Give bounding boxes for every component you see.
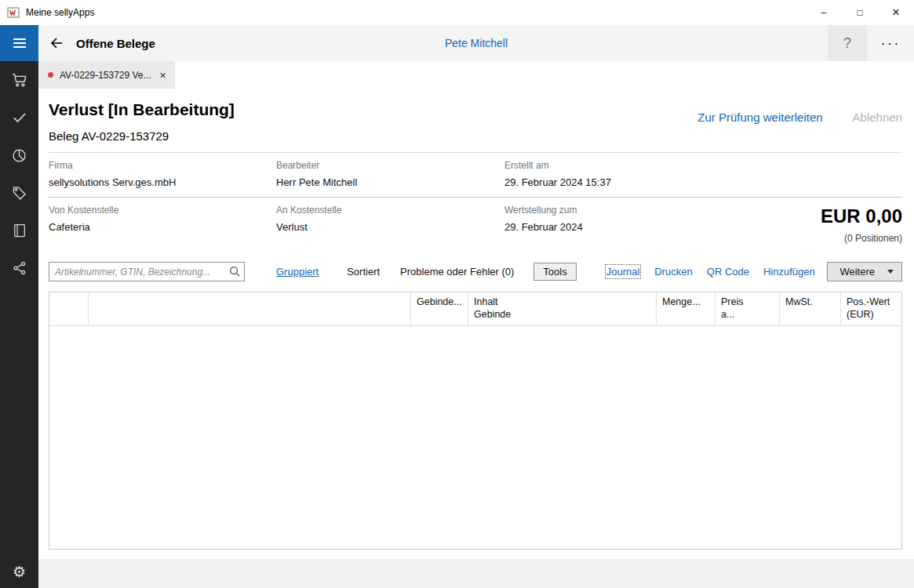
- document-content: Verlust [In Bearbeitung] Beleg AV-0229-1…: [38, 89, 914, 559]
- titlebar: Meine sellyApps − □ ×: [0, 0, 914, 25]
- journal-link[interactable]: Journal: [606, 266, 640, 278]
- footer-strip: [38, 559, 914, 588]
- document-header: Verlust [In Bearbeitung] Beleg AV-0229-1…: [49, 89, 902, 152]
- column-header-empty: [49, 292, 89, 325]
- sidebar-item-reports[interactable]: [0, 136, 38, 174]
- book-icon: [12, 223, 27, 238]
- more-actions-button[interactable]: Weitere: [827, 262, 902, 281]
- search-input[interactable]: [49, 262, 245, 281]
- field-label: Firma: [49, 160, 267, 171]
- field-label: Wertstellung zum: [504, 205, 723, 216]
- gear-icon: ⚙: [13, 563, 26, 581]
- fields-row-2: Von Kostenstelle Cafeteria An Kostenstel…: [49, 198, 902, 252]
- tab-document[interactable]: AV-0229-153729 Ve... ×: [38, 61, 175, 89]
- field-label: An Kostenstelle: [276, 205, 495, 216]
- sidebar-item-network[interactable]: [0, 249, 38, 287]
- document-number: Beleg AV-0229-153729: [49, 129, 235, 143]
- field-erstellt-am: Erstellt am 29. Februar 2024 15:37: [504, 160, 732, 188]
- tab-close-icon[interactable]: ×: [160, 70, 166, 81]
- field-bearbeiter: Bearbeiter Herr Pete Mitchell: [276, 160, 504, 188]
- table-body-empty: [49, 326, 901, 549]
- share-icon: [12, 260, 27, 276]
- help-icon: ?: [843, 35, 851, 52]
- field-label: Erstellt am: [504, 160, 723, 171]
- field-value: Herr Pete Mitchell: [276, 176, 495, 188]
- positions-count: (0 Positionen): [821, 233, 902, 244]
- field-value: Verlust: [276, 221, 495, 233]
- field-value: 29. Februar 2024: [504, 221, 723, 233]
- ellipsis-icon: ···: [881, 34, 901, 52]
- document-actions: Zur Prüfung weiterleiten Ablehnen: [697, 100, 902, 124]
- forward-for-review-link[interactable]: Zur Prüfung weiterleiten: [697, 111, 822, 124]
- sidebar-item-cart[interactable]: [0, 61, 38, 99]
- header-more-button[interactable]: ···: [867, 25, 914, 61]
- column-header-bezeichnung: [89, 292, 411, 325]
- minimize-button[interactable]: −: [806, 0, 842, 25]
- column-header-mwst: MwSt.: [780, 292, 841, 325]
- field-value: sellysolutions Serv.ges.mbH: [49, 176, 267, 188]
- field-value: Cafeteria: [49, 221, 267, 233]
- field-label: Bearbeiter: [276, 160, 495, 171]
- document-titles: Verlust [In Bearbeitung] Beleg AV-0229-1…: [49, 100, 235, 143]
- grouped-link[interactable]: Gruppiert: [276, 266, 319, 278]
- check-icon: [12, 110, 27, 125]
- close-button[interactable]: ×: [878, 0, 914, 25]
- field-firma: Firma sellysolutions Serv.ges.mbH: [49, 160, 276, 188]
- column-header-pos-wert: Pos.-Wert (EUR): [841, 292, 901, 325]
- positions-table: Gebinde... Inhalt Gebinde Menge... Preis…: [49, 292, 902, 550]
- table-header-row: Gebinde... Inhalt Gebinde Menge... Preis…: [49, 292, 901, 326]
- field-von-kostenstelle: Von Kostenstelle Cafeteria: [49, 205, 276, 233]
- user-name[interactable]: Pete Mitchell: [38, 37, 914, 49]
- total-block: EUR 0,00 (0 Positionen): [821, 205, 902, 244]
- app-body: ⚙ Offene Belege Pete Mitchell ?: [0, 25, 914, 588]
- window-controls: − □ ×: [806, 0, 914, 25]
- field-value: 29. Februar 2024 15:37: [504, 176, 723, 188]
- app-logo-icon: [7, 6, 20, 19]
- problems-link[interactable]: Probleme oder Fehler (0): [400, 266, 514, 278]
- sorted-link[interactable]: Sortiert: [347, 266, 380, 278]
- sidebar-item-articles[interactable]: [0, 174, 38, 212]
- search-box: [49, 262, 245, 281]
- total-amount: EUR 0,00: [821, 205, 902, 227]
- help-button[interactable]: ?: [828, 25, 867, 61]
- main-area: Offene Belege Pete Mitchell ? ··· AV-022…: [38, 25, 914, 588]
- more-actions-label: Weitere: [839, 266, 875, 278]
- document-title: Verlust [In Bearbeitung]: [49, 100, 235, 119]
- tools-button[interactable]: Tools: [533, 263, 576, 281]
- pie-chart-icon: [11, 147, 27, 164]
- menu-button[interactable]: [0, 25, 38, 61]
- field-label: Von Kostenstelle: [49, 205, 267, 216]
- field-an-kostenstelle: An Kostenstelle Verlust: [276, 205, 504, 233]
- items-toolbar: Gruppiert Sortiert Probleme oder Fehler …: [49, 262, 902, 281]
- app-window: Meine sellyApps − □ ×: [0, 0, 914, 588]
- sidebar-item-journal[interactable]: [0, 212, 38, 249]
- column-header-gebinde: Gebinde...: [411, 292, 468, 325]
- add-link[interactable]: Hinzufügen: [763, 266, 815, 278]
- column-header-inhalt-gebinde: Inhalt Gebinde: [468, 292, 657, 325]
- reject-link[interactable]: Ablehnen: [853, 111, 902, 124]
- fields-row-1: Firma sellysolutions Serv.ges.mbH Bearbe…: [49, 153, 902, 197]
- maximize-button[interactable]: □: [842, 0, 878, 25]
- sidebar-item-approvals[interactable]: [0, 99, 38, 136]
- qr-code-link[interactable]: QR Code: [707, 266, 749, 278]
- field-wertstellung: Wertstellung zum 29. Februar 2024: [504, 205, 732, 233]
- unsaved-indicator-dot: [48, 72, 53, 78]
- column-header-preis: Preis a...: [716, 292, 780, 325]
- tab-strip: AV-0229-153729 Ve... ×: [38, 61, 914, 89]
- tab-label: AV-0229-153729 Ve...: [60, 70, 151, 81]
- tag-icon: [11, 185, 27, 201]
- settings-button[interactable]: ⚙: [0, 555, 38, 588]
- window-title: Meine sellyApps: [26, 7, 94, 18]
- cart-icon: [11, 71, 28, 89]
- column-header-menge: Menge...: [657, 292, 716, 325]
- hamburger-menu-icon: [12, 35, 27, 51]
- print-link[interactable]: Drucken: [654, 266, 692, 278]
- app-header: Offene Belege Pete Mitchell ? ···: [38, 25, 914, 61]
- sidebar: ⚙: [0, 25, 38, 588]
- chevron-down-icon: [887, 270, 894, 274]
- search-icon[interactable]: [228, 265, 241, 278]
